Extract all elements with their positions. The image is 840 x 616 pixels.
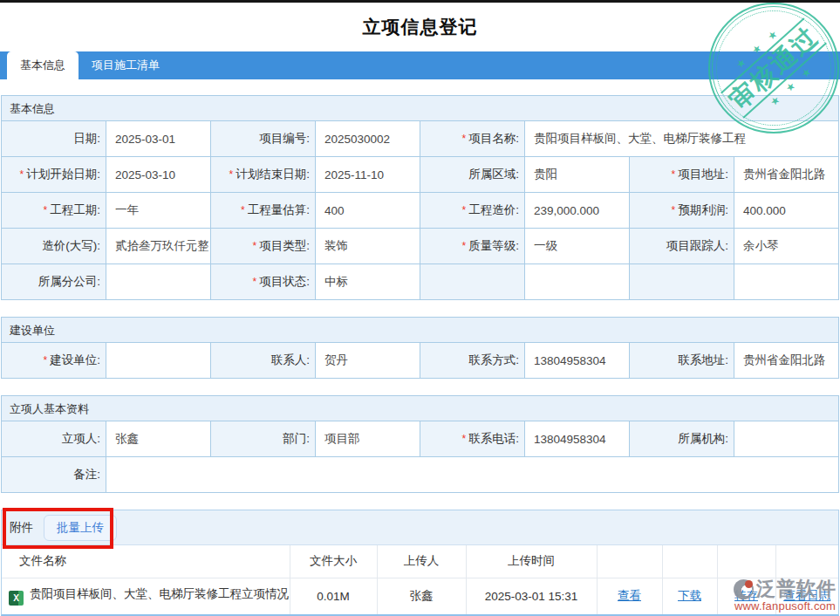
file-col-header: 上传人 xyxy=(377,545,466,578)
field-value xyxy=(734,421,839,457)
required-asterisk: * xyxy=(44,354,48,366)
field-label: 联系人: xyxy=(211,343,316,379)
batch-upload-button[interactable]: 批量上传 xyxy=(44,515,117,541)
file-col-header xyxy=(662,545,717,578)
field-label: *工程造价: xyxy=(420,193,525,229)
attachment-table: 文件名称文件大小上传人上传时间 X贵阳项目样板间、大堂、电梯厅装修工程立项情况.… xyxy=(2,545,838,614)
field-label: 所属机构: xyxy=(630,421,734,457)
form-sections: 基本信息日期:2025-03-01项目编号:2025030002*项目名称:贵阳… xyxy=(0,95,840,493)
form-field-table: *建设单位:联系人:贺丹联系方式:13804958304联系地址:贵州省金阳北路 xyxy=(1,342,839,379)
attachment-header: 附件 批量上传 xyxy=(2,510,838,545)
field-value: 2025030002 xyxy=(316,121,420,157)
title-bar: 立项信息登记 xyxy=(0,3,840,51)
required-asterisk: * xyxy=(462,240,467,252)
field-label: *项目地址: xyxy=(630,157,734,193)
file-size-cell: 0.01M xyxy=(290,578,377,614)
field-value: 张鑫 xyxy=(106,421,211,457)
required-asterisk: * xyxy=(44,204,48,216)
file-action-cell: 下载 xyxy=(662,578,717,614)
file-col-header: 上传时间 xyxy=(466,545,597,578)
form-field-table: 立项人:张鑫部门:项目部*联系电话:13804958304所属机构:备注: xyxy=(1,421,839,493)
field-value: 贵州省金阳北路 xyxy=(734,157,839,193)
file-download-link[interactable]: 下载 xyxy=(678,589,701,602)
required-asterisk: * xyxy=(241,204,245,216)
field-label: *预期利润: xyxy=(630,193,734,229)
file-col-header xyxy=(717,545,775,578)
file-col-header xyxy=(597,545,662,578)
field-value xyxy=(106,264,211,300)
field-label: *联系电话: xyxy=(420,421,525,457)
field-label: 立项人: xyxy=(2,421,106,457)
field-value: 项目部 xyxy=(316,421,420,457)
required-asterisk: * xyxy=(253,240,257,252)
file-view-link[interactable]: 查看 xyxy=(618,589,641,602)
field-label xyxy=(420,264,525,300)
form-content: 基本信息日期:2025-03-01项目编号:2025030002*项目名称:贵阳… xyxy=(0,79,840,616)
field-value: 贵阳项目样板间、大堂、电梯厅装修工程 xyxy=(525,121,839,157)
tab-basic-info[interactable]: 基本信息 xyxy=(7,51,79,79)
field-label: 联系地址: xyxy=(630,343,734,379)
field-value: 贰拾叁万玖仟元整 xyxy=(106,229,211,264)
attachment-section: 附件 批量上传 文件名称文件大小上传人上传时间 X贵阳项目样板间、大堂、电梯厅装… xyxy=(1,510,839,616)
form-section: 立项人基本资料立项人:张鑫部门:项目部*联系电话:13804958304所属机构… xyxy=(1,395,839,493)
required-asterisk: * xyxy=(462,133,467,145)
field-value: 一年 xyxy=(106,193,211,229)
field-value: 400.000 xyxy=(734,193,839,229)
required-asterisk: * xyxy=(462,204,467,216)
project-initiation-registration-page: 立项信息登记 基本信息 项目施工清单 基本信息日期:2025-03-01项目编号… xyxy=(0,0,840,616)
field-value: 中标 xyxy=(316,264,420,300)
page-title: 立项信息登记 xyxy=(363,15,478,39)
field-label: 项目跟踪人: xyxy=(630,229,734,264)
field-label: *质量等级: xyxy=(420,229,525,264)
file-col-header: 文件大小 xyxy=(290,545,377,578)
file-col-header xyxy=(775,545,838,578)
field-label: *工程量估算: xyxy=(211,193,316,229)
field-label: *项目类型: xyxy=(211,229,316,264)
section-title: 立项人基本资料 xyxy=(1,395,839,421)
section-title: 基本信息 xyxy=(1,95,839,120)
field-label: 所属分公司: xyxy=(2,264,106,300)
file-row: X贵阳项目样板间、大堂、电梯厅装修工程立项情况.0.01M张鑫2025-03-0… xyxy=(2,578,838,614)
field-value: 贺丹 xyxy=(316,343,420,379)
field-label: *建设单位: xyxy=(2,343,106,379)
field-label: *项目名称: xyxy=(420,121,525,157)
field-value: 2025-03-01 xyxy=(106,121,211,157)
field-value: 2025-03-10 xyxy=(106,157,211,193)
file-transfer-link[interactable]: 转存 xyxy=(734,589,758,602)
file-action-cell: 查看日志 xyxy=(775,578,838,614)
field-label xyxy=(630,264,734,300)
tab-label: 项目施工清单 xyxy=(92,58,160,73)
form-section: 基本信息日期:2025-03-01项目编号:2025030002*项目名称:贵阳… xyxy=(1,95,839,300)
required-asterisk: * xyxy=(229,168,234,181)
file-time-cell: 2025-03-01 15:31 xyxy=(466,578,597,614)
required-asterisk: * xyxy=(20,168,24,181)
field-label: 造价(大写): xyxy=(2,229,106,264)
file-col-header: 文件名称 xyxy=(2,545,290,578)
field-value xyxy=(525,264,630,300)
field-value: 400 xyxy=(316,193,420,229)
file-view-log-link[interactable]: 查看日志 xyxy=(783,589,830,602)
field-value: 装饰 xyxy=(316,229,420,264)
field-value: 贵阳 xyxy=(525,157,630,193)
field-value: 13804958304 xyxy=(525,343,630,379)
excel-file-icon: X xyxy=(9,591,24,606)
field-label: *计划结束日期: xyxy=(211,157,316,193)
field-label: *工程工期: xyxy=(2,193,106,229)
field-value: 2025-11-10 xyxy=(316,157,420,193)
field-value xyxy=(734,264,839,300)
file-name-cell: X贵阳项目样板间、大堂、电梯厅装修工程立项情况. xyxy=(2,578,290,614)
tab-construction-list[interactable]: 项目施工清单 xyxy=(79,51,173,79)
field-label: 联系方式: xyxy=(420,343,525,379)
file-uploader-cell: 张鑫 xyxy=(377,578,466,614)
file-name: 贵阳项目样板间、大堂、电梯厅装修工程立项情况. xyxy=(30,587,290,600)
field-value xyxy=(106,457,839,493)
field-label: *项目状态: xyxy=(211,264,316,300)
field-value xyxy=(106,343,211,379)
required-asterisk: * xyxy=(253,276,257,288)
file-action-cell: 查看 xyxy=(597,578,662,614)
attachment-table-body: X贵阳项目样板间、大堂、电梯厅装修工程立项情况.0.01M张鑫2025-03-0… xyxy=(2,578,838,614)
required-asterisk: * xyxy=(462,433,467,445)
field-value: 239,000.000 xyxy=(525,193,630,229)
attachment-label: 附件 xyxy=(10,520,33,536)
form-field-table: 日期:2025-03-01项目编号:2025030002*项目名称:贵阳项目样板… xyxy=(1,120,839,300)
